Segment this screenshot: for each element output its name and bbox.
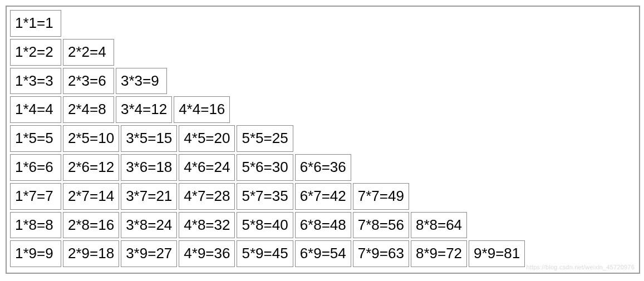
table-cell: 3*6=18 xyxy=(121,154,177,181)
table-cell: 2*4=8 xyxy=(63,96,114,123)
table-cell: 5*6=30 xyxy=(237,154,293,181)
table-cell: 3*5=15 xyxy=(121,125,177,152)
table-cell: 7*7=49 xyxy=(353,183,409,210)
table-cell: 3*7=21 xyxy=(121,183,177,210)
table-cell: 4*9=36 xyxy=(179,240,235,267)
table-cell: 4*7=28 xyxy=(179,183,235,210)
table-cell: 1*9=9 xyxy=(10,240,61,267)
table-row: 1*1=1 xyxy=(10,10,636,37)
table-cell: 5*8=40 xyxy=(237,212,293,239)
table-cell: 2*9=18 xyxy=(63,240,119,267)
table-row: 1*4=4 2*4=8 3*4=12 4*4=16 xyxy=(10,96,636,123)
watermark-text: https://blog.csdn.net/weixin_45720976 xyxy=(526,264,635,270)
table-cell: 1*1=1 xyxy=(10,10,61,37)
multiplication-table-container: 1*1=1 1*2=2 2*2=4 1*3=3 2*3=6 3*3=9 1*4=… xyxy=(6,6,640,274)
table-cell: 3*9=27 xyxy=(121,240,177,267)
table-cell: 2*6=12 xyxy=(63,154,119,181)
table-row: 1*6=6 2*6=12 3*6=18 4*6=24 5*6=30 6*6=36 xyxy=(10,154,636,181)
table-cell: 1*8=8 xyxy=(10,212,61,239)
table-row: 1*2=2 2*2=4 xyxy=(10,39,636,66)
table-cell: 3*4=12 xyxy=(116,96,172,123)
table-cell: 8*8=64 xyxy=(411,212,467,239)
table-row: 1*3=3 2*3=6 3*3=9 xyxy=(10,68,636,95)
table-cell: 4*6=24 xyxy=(179,154,235,181)
table-cell: 5*7=35 xyxy=(237,183,293,210)
table-cell: 2*7=14 xyxy=(63,183,119,210)
table-cell: 1*5=5 xyxy=(10,125,61,152)
table-cell: 4*8=32 xyxy=(179,212,235,239)
table-cell: 1*6=6 xyxy=(10,154,61,181)
table-cell: 1*4=4 xyxy=(10,96,61,123)
table-cell: 9*9=81 xyxy=(469,240,525,267)
table-cell: 2*8=16 xyxy=(63,212,119,239)
table-cell: 6*9=54 xyxy=(295,240,351,267)
table-cell: 2*2=4 xyxy=(63,39,114,66)
table-cell: 4*4=16 xyxy=(174,96,230,123)
table-row: 1*5=5 2*5=10 3*5=15 4*5=20 5*5=25 xyxy=(10,125,636,152)
table-cell: 7*9=63 xyxy=(353,240,409,267)
table-cell: 4*5=20 xyxy=(179,125,235,152)
table-cell: 3*8=24 xyxy=(121,212,177,239)
table-cell: 2*5=10 xyxy=(63,125,119,152)
table-cell: 3*3=9 xyxy=(116,68,167,95)
table-cell: 7*8=56 xyxy=(353,212,409,239)
table-cell: 2*3=6 xyxy=(63,68,114,95)
table-row: 1*7=7 2*7=14 3*7=21 4*7=28 5*7=35 6*7=42… xyxy=(10,183,636,210)
table-cell: 6*6=36 xyxy=(295,154,351,181)
table-cell: 1*2=2 xyxy=(10,39,61,66)
table-cell: 5*9=45 xyxy=(237,240,293,267)
table-cell: 1*3=3 xyxy=(10,68,61,95)
table-cell: 1*7=7 xyxy=(10,183,61,210)
table-row: 1*8=8 2*8=16 3*8=24 4*8=32 5*8=40 6*8=48… xyxy=(10,212,636,239)
table-cell: 5*5=25 xyxy=(237,125,293,152)
table-cell: 6*8=48 xyxy=(295,212,351,239)
table-row: 1*9=9 2*9=18 3*9=27 4*9=36 5*9=45 6*9=54… xyxy=(10,240,636,267)
table-cell: 8*9=72 xyxy=(411,240,467,267)
table-cell: 6*7=42 xyxy=(295,183,351,210)
